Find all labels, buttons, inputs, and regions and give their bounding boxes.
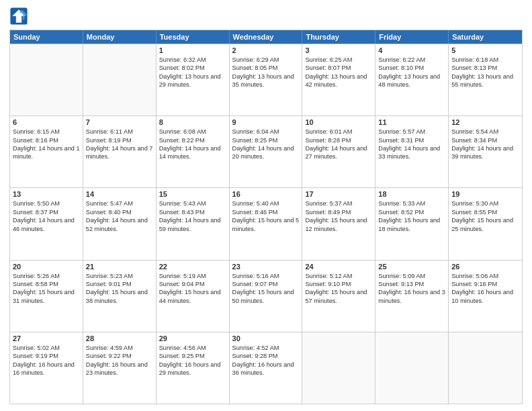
day-number: 4	[378, 46, 445, 54]
calendar-cell: 28Sunrise: 4:59 AM Sunset: 9:22 PM Dayli…	[83, 332, 157, 404]
calendar-cell	[302, 332, 375, 404]
day-info: Sunrise: 5:26 AM Sunset: 8:58 PM Dayligh…	[13, 272, 80, 306]
day-number: 23	[232, 263, 300, 271]
day-number: 1	[159, 46, 226, 54]
calendar: SundayMondayTuesdayWednesdayThursdayFrid…	[9, 30, 523, 404]
day-number: 20	[13, 263, 80, 271]
day-number: 12	[451, 118, 519, 126]
day-info: Sunrise: 6:01 AM Sunset: 8:28 PM Dayligh…	[305, 128, 372, 161]
calendar-cell: 30Sunrise: 4:52 AM Sunset: 9:28 PM Dayli…	[230, 332, 303, 404]
calendar-cell: 11Sunrise: 5:57 AM Sunset: 8:31 PM Dayli…	[375, 116, 449, 187]
calendar-body: 1Sunrise: 6:32 AM Sunset: 8:02 PM Daylig…	[10, 44, 522, 404]
day-number: 16	[232, 190, 300, 198]
calendar-cell: 8Sunrise: 6:08 AM Sunset: 8:22 PM Daylig…	[157, 116, 230, 187]
calendar-cell: 10Sunrise: 6:01 AM Sunset: 8:28 PM Dayli…	[302, 116, 375, 187]
day-number: 21	[86, 263, 153, 271]
day-number: 27	[13, 334, 80, 342]
calendar-cell: 9Sunrise: 6:04 AM Sunset: 8:25 PM Daylig…	[230, 116, 303, 187]
logo-icon	[9, 7, 28, 26]
calendar-header-day: Tuesday	[157, 30, 230, 44]
calendar-cell: 3Sunrise: 6:25 AM Sunset: 8:07 PM Daylig…	[302, 44, 375, 116]
day-info: Sunrise: 5:37 AM Sunset: 8:49 PM Dayligh…	[305, 199, 372, 233]
day-number: 25	[378, 263, 445, 271]
day-info: Sunrise: 6:08 AM Sunset: 8:22 PM Dayligh…	[159, 128, 226, 161]
calendar-week-4: 20Sunrise: 5:26 AM Sunset: 8:58 PM Dayli…	[10, 260, 522, 332]
calendar-cell	[10, 44, 83, 116]
day-number: 26	[451, 263, 519, 271]
day-info: Sunrise: 5:02 AM Sunset: 9:19 PM Dayligh…	[13, 344, 80, 377]
page: SundayMondayTuesdayWednesdayThursdayFrid…	[0, 0, 532, 411]
calendar-cell: 6Sunrise: 6:15 AM Sunset: 8:16 PM Daylig…	[10, 116, 83, 187]
calendar-cell: 17Sunrise: 5:37 AM Sunset: 8:49 PM Dayli…	[302, 188, 375, 259]
calendar-cell: 14Sunrise: 5:47 AM Sunset: 8:40 PM Dayli…	[83, 188, 157, 259]
day-info: Sunrise: 6:25 AM Sunset: 8:07 PM Dayligh…	[305, 56, 372, 89]
calendar-week-2: 6Sunrise: 6:15 AM Sunset: 8:16 PM Daylig…	[10, 116, 522, 187]
calendar-cell: 13Sunrise: 5:50 AM Sunset: 8:37 PM Dayli…	[10, 188, 83, 259]
calendar-header-row: SundayMondayTuesdayWednesdayThursdayFrid…	[10, 30, 522, 44]
day-info: Sunrise: 5:33 AM Sunset: 8:52 PM Dayligh…	[378, 199, 445, 233]
day-info: Sunrise: 5:12 AM Sunset: 9:10 PM Dayligh…	[305, 272, 372, 306]
day-number: 10	[305, 118, 372, 126]
day-info: Sunrise: 5:57 AM Sunset: 8:31 PM Dayligh…	[378, 128, 445, 161]
calendar-cell: 22Sunrise: 5:19 AM Sunset: 9:04 PM Dayli…	[157, 261, 230, 332]
calendar-cell: 16Sunrise: 5:40 AM Sunset: 8:46 PM Dayli…	[230, 188, 303, 259]
calendar-cell: 18Sunrise: 5:33 AM Sunset: 8:52 PM Dayli…	[375, 188, 449, 259]
calendar-header-day: Wednesday	[230, 30, 303, 44]
calendar-week-5: 27Sunrise: 5:02 AM Sunset: 9:19 PM Dayli…	[10, 332, 522, 404]
day-info: Sunrise: 6:22 AM Sunset: 8:10 PM Dayligh…	[378, 56, 445, 89]
day-number: 15	[159, 190, 226, 198]
calendar-cell: 5Sunrise: 6:18 AM Sunset: 8:13 PM Daylig…	[449, 44, 522, 116]
calendar-cell: 4Sunrise: 6:22 AM Sunset: 8:10 PM Daylig…	[375, 44, 449, 116]
day-number: 22	[159, 263, 226, 271]
calendar-cell: 19Sunrise: 5:30 AM Sunset: 8:55 PM Dayli…	[449, 188, 522, 259]
day-info: Sunrise: 5:30 AM Sunset: 8:55 PM Dayligh…	[451, 199, 519, 233]
day-info: Sunrise: 6:29 AM Sunset: 8:05 PM Dayligh…	[232, 56, 300, 89]
calendar-header-day: Thursday	[302, 30, 375, 44]
calendar-cell: 29Sunrise: 4:56 AM Sunset: 9:25 PM Dayli…	[157, 332, 230, 404]
calendar-cell: 21Sunrise: 5:23 AM Sunset: 9:01 PM Dayli…	[83, 261, 157, 332]
day-number: 28	[86, 334, 153, 342]
calendar-week-1: 1Sunrise: 6:32 AM Sunset: 8:02 PM Daylig…	[10, 44, 522, 116]
logo	[9, 7, 31, 26]
calendar-cell: 20Sunrise: 5:26 AM Sunset: 8:58 PM Dayli…	[10, 261, 83, 332]
calendar-cell: 12Sunrise: 5:54 AM Sunset: 8:34 PM Dayli…	[449, 116, 522, 187]
calendar-header-day: Friday	[375, 30, 449, 44]
day-info: Sunrise: 5:06 AM Sunset: 9:16 PM Dayligh…	[451, 272, 519, 306]
day-info: Sunrise: 5:16 AM Sunset: 9:07 PM Dayligh…	[232, 272, 300, 306]
day-info: Sunrise: 6:11 AM Sunset: 8:19 PM Dayligh…	[86, 128, 153, 161]
day-number: 19	[451, 190, 519, 198]
calendar-cell: 15Sunrise: 5:43 AM Sunset: 8:43 PM Dayli…	[157, 188, 230, 259]
day-info: Sunrise: 5:19 AM Sunset: 9:04 PM Dayligh…	[159, 272, 226, 306]
day-number: 3	[305, 46, 372, 54]
day-number: 30	[232, 334, 300, 342]
calendar-week-3: 13Sunrise: 5:50 AM Sunset: 8:37 PM Dayli…	[10, 187, 522, 259]
day-number: 11	[378, 118, 445, 126]
day-info: Sunrise: 5:40 AM Sunset: 8:46 PM Dayligh…	[232, 199, 300, 233]
calendar-cell: 26Sunrise: 5:06 AM Sunset: 9:16 PM Dayli…	[449, 261, 522, 332]
day-number: 7	[86, 118, 153, 126]
day-info: Sunrise: 6:15 AM Sunset: 8:16 PM Dayligh…	[13, 128, 80, 161]
day-number: 5	[451, 46, 519, 54]
calendar-cell	[449, 332, 522, 404]
day-number: 2	[232, 46, 300, 54]
calendar-cell: 7Sunrise: 6:11 AM Sunset: 8:19 PM Daylig…	[83, 116, 157, 187]
day-info: Sunrise: 5:43 AM Sunset: 8:43 PM Dayligh…	[159, 199, 226, 233]
day-number: 24	[305, 263, 372, 271]
calendar-cell: 23Sunrise: 5:16 AM Sunset: 9:07 PM Dayli…	[230, 261, 303, 332]
day-info: Sunrise: 4:59 AM Sunset: 9:22 PM Dayligh…	[86, 344, 153, 377]
header	[9, 7, 523, 26]
day-info: Sunrise: 4:52 AM Sunset: 9:28 PM Dayligh…	[232, 344, 300, 377]
calendar-header-day: Saturday	[449, 30, 522, 44]
day-info: Sunrise: 6:04 AM Sunset: 8:25 PM Dayligh…	[232, 128, 300, 161]
day-info: Sunrise: 5:23 AM Sunset: 9:01 PM Dayligh…	[86, 272, 153, 306]
day-info: Sunrise: 6:18 AM Sunset: 8:13 PM Dayligh…	[451, 56, 519, 89]
day-info: Sunrise: 4:56 AM Sunset: 9:25 PM Dayligh…	[159, 344, 226, 377]
day-number: 9	[232, 118, 300, 126]
calendar-header-day: Sunday	[10, 30, 83, 44]
day-number: 14	[86, 190, 153, 198]
calendar-cell: 27Sunrise: 5:02 AM Sunset: 9:19 PM Dayli…	[10, 332, 83, 404]
day-info: Sunrise: 5:09 AM Sunset: 9:13 PM Dayligh…	[378, 272, 445, 306]
day-info: Sunrise: 5:50 AM Sunset: 8:37 PM Dayligh…	[13, 199, 80, 233]
calendar-header-day: Monday	[83, 30, 157, 44]
calendar-cell: 25Sunrise: 5:09 AM Sunset: 9:13 PM Dayli…	[375, 261, 449, 332]
